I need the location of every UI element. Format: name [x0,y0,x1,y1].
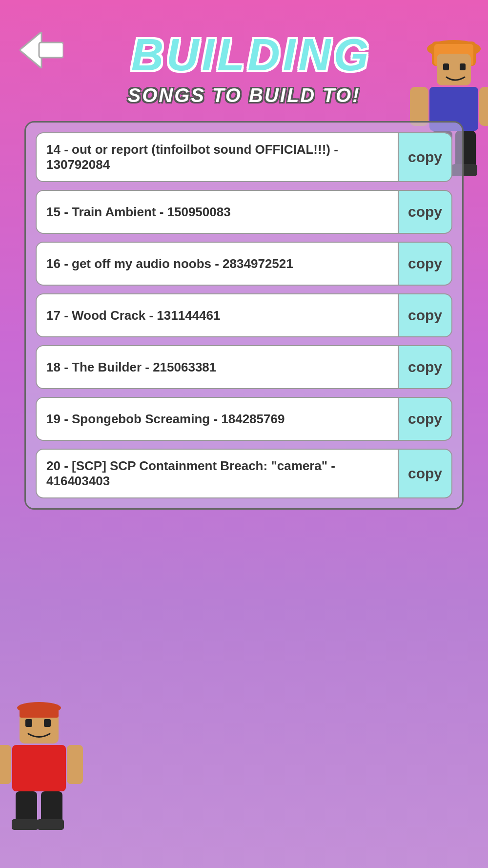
svg-rect-26 [37,819,64,830]
song-row: 17 - Wood Crack - 131144461copy [36,293,452,337]
song-row: 19 - Spongebob Screaming - 184285769copy [36,397,452,441]
copy-button[interactable]: copy [398,133,451,181]
page-subtitle: SONGS TO BUILD TO! [0,84,488,106]
song-label: 19 - Spongebob Screaming - 184285769 [37,398,398,440]
svg-rect-17 [20,708,59,718]
header: BUILDING SONGS TO BUILD TO! [0,0,488,106]
svg-rect-20 [12,745,66,791]
song-label: 16 - get off my audio noobs - 2834972521 [37,243,398,285]
svg-rect-19 [44,719,51,727]
copy-button[interactable]: copy [398,243,451,285]
song-label: 14 - out or report (tinfoilbot sound OFF… [37,133,398,181]
song-row: 20 - [SCP] SCP Containment Breach: "came… [36,449,452,498]
song-row: 18 - The Builder - 215063381copy [36,345,452,389]
song-row: 16 - get off my audio noobs - 2834972521… [36,242,452,286]
svg-rect-18 [25,719,32,727]
song-list: 14 - out or report (tinfoilbot sound OFF… [24,121,464,510]
song-label: 18 - The Builder - 215063381 [37,346,398,388]
roblox-character-left [0,702,98,839]
svg-rect-22 [67,745,83,784]
copy-button[interactable]: copy [398,294,451,336]
copy-button[interactable]: copy [398,398,451,440]
copy-button[interactable]: copy [398,191,451,233]
svg-rect-25 [12,819,39,830]
svg-rect-21 [0,745,11,784]
song-row: 15 - Train Ambient - 150950083copy [36,190,452,234]
song-row: 14 - out or report (tinfoilbot sound OFF… [36,132,452,182]
copy-button[interactable]: copy [398,450,451,497]
song-label: 15 - Train Ambient - 150950083 [37,191,398,233]
song-label: 20 - [SCP] SCP Containment Breach: "came… [37,450,398,497]
page-title: BUILDING [131,29,372,81]
copy-button[interactable]: copy [398,346,451,388]
song-label: 17 - Wood Crack - 131144461 [37,294,398,336]
